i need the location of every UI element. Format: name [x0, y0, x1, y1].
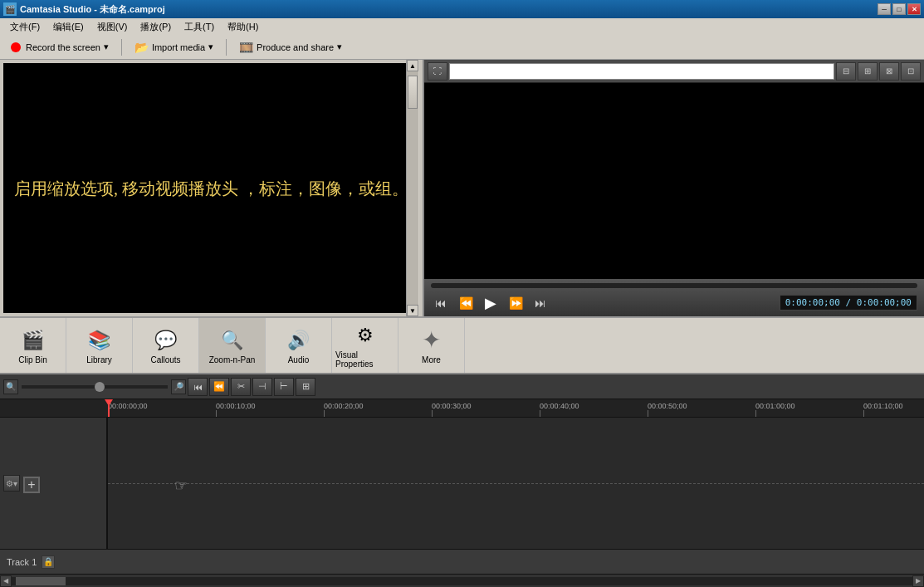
titlebar: 🎬 Camtasia Studio - 未命名.camproj ─ □ ✕ — [0, 0, 924, 18]
zoom-in-icon[interactable]: 🔎 — [171, 379, 186, 394]
player-search-input[interactable] — [449, 63, 834, 80]
player-fit-button[interactable]: ⊠ — [879, 62, 899, 81]
track-lock-button[interactable]: 🔒 — [42, 555, 55, 569]
ruler-marks: 00:00:00;00 00:00:10;00 00:00:20;00 00:0… — [108, 399, 924, 417]
preview-scrollbar: ▲ ▼ — [406, 60, 419, 316]
track-settings-button[interactable]: ⚙▾ — [3, 475, 20, 492]
player-zoom-in-button[interactable]: ⊞ — [858, 62, 878, 81]
close-button[interactable]: ✕ — [907, 3, 921, 15]
video-preview — [424, 83, 924, 279]
track-content-area: ☞ — [108, 418, 924, 549]
visual-properties-icon: ⚙ — [352, 322, 379, 349]
progress-track[interactable] — [431, 283, 917, 288]
main-area: 启用缩放选项, 移动视频播放头 ，标注，图像，或组。 ▲ ▼ ⛶ ⊟ ⊞ ⊠ ⊡ — [0, 60, 924, 316]
track-label-row: Track 1 🔒 — [0, 549, 924, 574]
ruler-tick-5 — [648, 410, 648, 417]
record-dot-icon — [11, 42, 21, 52]
skip-start-button[interactable]: ⏮ — [431, 293, 451, 313]
ruler-tick-3 — [432, 410, 433, 417]
timeline-tracks: ⚙▾ + ☞ — [0, 418, 924, 549]
tab-visual-properties[interactable]: ⚙ Visual Properties — [332, 318, 398, 373]
clip-bin-label: Clip Bin — [18, 355, 46, 364]
play-pause-button[interactable]: ▶ — [481, 293, 501, 313]
h-scroll-track[interactable] — [12, 577, 912, 585]
add-track-button[interactable]: + — [23, 477, 40, 493]
ruler-tick-1 — [216, 410, 217, 417]
ruler-tick-6 — [755, 410, 756, 417]
ruler-label-2: 00:00:20;00 — [324, 402, 364, 410]
import-media-button[interactable]: 📂 Import media ▾ — [129, 37, 219, 57]
player-zoom-out-button[interactable]: ⊟ — [836, 62, 856, 81]
scroll-left-arrow[interactable]: ◀ — [0, 575, 12, 587]
scroll-down-arrow[interactable]: ▼ — [407, 305, 418, 316]
menu-tools[interactable]: 工具(T) — [178, 19, 221, 35]
zoom-n-pan-label: Zoom-n-Pan — [209, 355, 256, 364]
timeline-split[interactable]: ⊣ — [252, 378, 272, 396]
scroll-right-arrow[interactable]: ▶ — [912, 575, 924, 587]
more-label: More — [422, 355, 441, 364]
timeline-body: 00:00:00;00 00:00:10;00 00:00:20;00 00:0… — [0, 399, 924, 587]
minimize-button[interactable]: ─ — [878, 3, 891, 15]
left-panel: 启用缩放选项, 移动视频播放头 ，标注，图像，或组。 ▲ ▼ — [0, 60, 424, 316]
restore-button[interactable]: □ — [892, 3, 906, 15]
record-screen-button[interactable]: Record the screen ▾ — [5, 37, 115, 57]
timeline-skip-start[interactable]: ⏮ — [188, 378, 208, 396]
timeline-trim[interactable]: ⊢ — [274, 378, 294, 396]
scroll-up-arrow[interactable]: ▲ — [407, 60, 418, 71]
time-display: 0:00:00;00 / 0:00:00;00 — [780, 295, 917, 311]
playhead-ruler — [108, 399, 110, 417]
player-fullscreen-button[interactable]: ⛶ — [428, 62, 447, 81]
timeline-skip-back[interactable]: ⏪ — [209, 378, 229, 396]
record-dropdown-icon: ▾ — [104, 42, 109, 52]
visual-properties-label: Visual Properties — [335, 350, 394, 369]
tab-library[interactable]: 📚 Library — [66, 318, 133, 373]
rewind-button[interactable]: ⏪ — [456, 293, 476, 313]
scroll-thumb[interactable] — [408, 76, 418, 109]
skip-end-button[interactable]: ⏭ — [530, 293, 550, 313]
ruler-tick-2 — [324, 410, 325, 417]
menu-file[interactable]: 文件(F) — [3, 19, 46, 35]
toolbar-separator-1 — [121, 39, 122, 56]
right-panel: ⛶ ⊟ ⊞ ⊠ ⊡ ⏮ ⏪ ▶ ⏩ ⏭ 0:00:0 — [424, 60, 924, 316]
track-1-controls: ⚙▾ + — [0, 418, 106, 549]
library-icon: 📚 — [86, 327, 113, 354]
ruler-label-6: 00:01:00;00 — [755, 402, 795, 410]
preview-canvas: 启用缩放选项, 移动视频播放头 ，标注，图像，或组。 — [3, 63, 419, 313]
produce-share-button[interactable]: 🎞️ Produce and share ▾ — [233, 37, 348, 57]
player-toolbar: ⛶ ⊟ ⊞ ⊠ ⊡ — [424, 60, 924, 83]
h-scroll-thumb[interactable] — [16, 577, 66, 585]
menu-help[interactable]: 帮助(H) — [221, 19, 265, 35]
timeline-extend[interactable]: ⊞ — [296, 378, 315, 396]
tab-callouts[interactable]: 💬 Callouts — [133, 318, 199, 373]
library-label: Library — [86, 355, 112, 364]
ruler-tick-7 — [863, 410, 864, 417]
zoom-out-icon[interactable]: 🔍 — [3, 379, 18, 394]
player-controls: ⏮ ⏪ ▶ ⏩ ⏭ 0:00:00;00 / 0:00:00;00 — [424, 279, 924, 316]
produce-share-label: Produce and share — [257, 42, 334, 52]
total-time: 0:00:00;00 — [857, 297, 912, 308]
tab-audio[interactable]: 🔊 Audio — [266, 318, 332, 373]
main-toolbar: Record the screen ▾ 📂 Import media ▾ 🎞️ … — [0, 35, 924, 60]
callouts-label: Callouts — [150, 355, 180, 364]
timeline-area: 🔍 🔎 ⏮ ⏪ ✂ ⊣ ⊢ ⊞ 00:00:00;00 00:00:10;00 — [0, 374, 924, 587]
menu-play[interactable]: 播放(P) — [134, 19, 178, 35]
audio-icon: 🔊 — [286, 327, 312, 354]
ruler-label-0: 00:00:00;00 — [108, 402, 148, 410]
tab-clip-bin[interactable]: 🎬 Clip Bin — [0, 318, 66, 373]
player-controls-row: ⏮ ⏪ ▶ ⏩ ⏭ 0:00:00;00 / 0:00:00;00 — [431, 283, 917, 313]
import-media-icon: 📂 — [134, 41, 149, 54]
timeline-cut[interactable]: ✂ — [231, 378, 251, 396]
menu-edit[interactable]: 编辑(E) — [46, 19, 90, 35]
window-controls: ─ □ ✕ — [878, 3, 921, 15]
ruler-label-7: 00:01:10;00 — [863, 402, 903, 410]
tab-more[interactable]: ✦ More — [398, 318, 465, 373]
zoom-slider-container: 🔍 🔎 — [3, 379, 186, 394]
player-detach-button[interactable]: ⊡ — [901, 62, 921, 81]
tab-zoom-n-pan[interactable]: 🔍 Zoom-n-Pan — [199, 318, 266, 373]
callouts-icon: 💬 — [153, 327, 179, 354]
menu-view[interactable]: 视图(V) — [90, 19, 134, 35]
zoom-thumb[interactable] — [95, 382, 105, 392]
fast-forward-button[interactable]: ⏩ — [506, 293, 526, 313]
import-dropdown-icon: ▾ — [208, 42, 213, 52]
zoom-slider[interactable] — [22, 385, 168, 389]
